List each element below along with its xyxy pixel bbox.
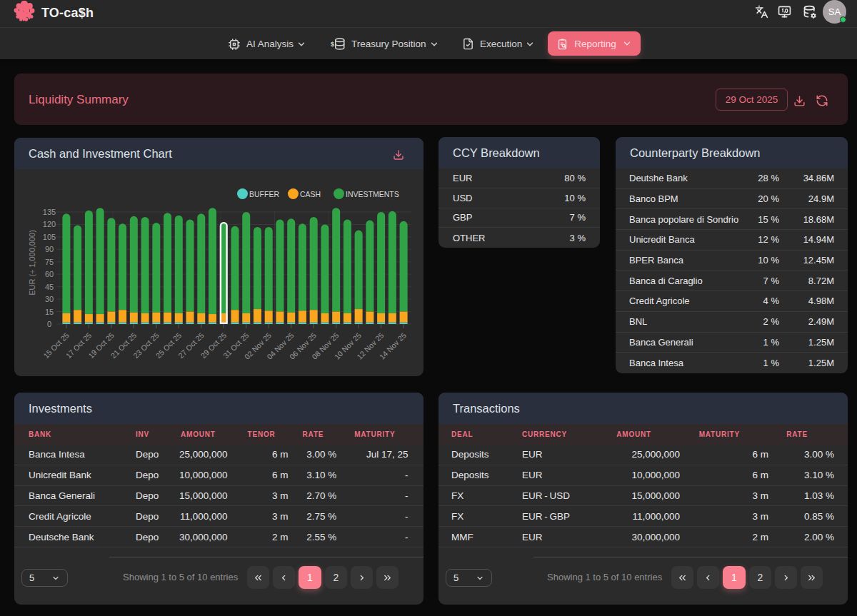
svg-text:75: 75 [45,258,54,266]
svg-text:105: 105 [43,233,56,241]
svg-text:EUR (÷ 1,000,000): EUR (÷ 1,000,000) [28,230,36,296]
svg-text:90: 90 [45,245,54,253]
svg-text:135: 135 [43,208,56,216]
svg-text:15: 15 [45,308,54,316]
svg-text:45: 45 [45,283,54,291]
svg-text:60: 60 [45,270,54,278]
svg-text:120: 120 [43,220,56,228]
svg-text:$: $ [331,41,334,48]
svg-text:30: 30 [45,295,54,303]
svg-text:0: 0 [47,320,51,328]
